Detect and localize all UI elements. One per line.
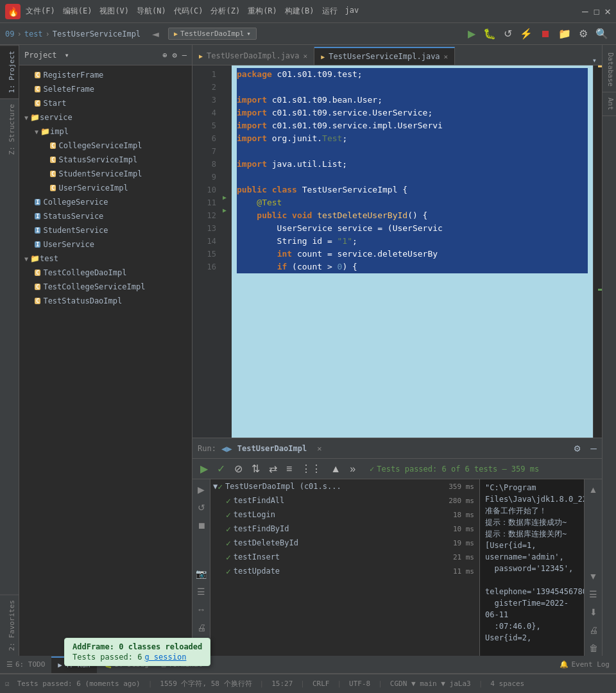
run-gutter-icon[interactable]: ▶ xyxy=(223,194,227,201)
tree-item-seleteframe[interactable]: C SeleteFrame xyxy=(19,82,192,96)
output-down-button[interactable]: ⬇ xyxy=(587,604,600,620)
run-side-print[interactable]: 🖨 xyxy=(194,620,209,635)
test-item-finddall[interactable]: ✓ testFindAll 280 ms xyxy=(210,493,479,508)
run-align-button[interactable]: ≡ xyxy=(284,462,295,476)
run-gutter-icon2[interactable]: ▶ xyxy=(223,207,227,214)
run-check-button[interactable]: ✓ xyxy=(214,461,228,476)
test-item-deletebyid[interactable]: ✓ testDeleteById 19 ms xyxy=(210,536,479,550)
menu-edit[interactable]: 编辑(E) xyxy=(63,6,92,17)
status-git[interactable]: CGDN ▼ main ▼ jaLa3 xyxy=(390,680,471,688)
todo-tab[interactable]: ☰ 6: TODO xyxy=(0,656,51,673)
tree-item-collegeservice[interactable]: I CollegeService xyxy=(19,195,192,209)
run-side-btn2[interactable]: ↺ xyxy=(195,500,208,515)
tree-item-registerframe[interactable]: C RegisterFrame xyxy=(19,68,192,82)
project-tab[interactable]: 1: Project xyxy=(0,45,19,98)
tree-item-collegeserviceimpl[interactable]: C CollegeServiceImpl xyxy=(19,139,192,153)
scroll-up-button[interactable]: ▲ xyxy=(586,482,601,497)
run-side-btn3[interactable]: ⏹ xyxy=(194,518,209,533)
status-spaces[interactable]: 4 spaces xyxy=(490,680,524,688)
run-config-button[interactable]: ▶ TestUserDaoImpl ▾ xyxy=(168,28,257,40)
test-root-item[interactable]: ▼ ✓ TestUserDaoImpl (c01.s... 359 ms xyxy=(210,479,479,493)
ant-tab[interactable]: Ant xyxy=(603,92,616,116)
test-item-login[interactable]: ✓ testLogin 18 ms xyxy=(210,508,479,522)
stop-button[interactable]: ⏹ xyxy=(538,26,553,41)
menu-jav[interactable]: jav xyxy=(345,6,359,17)
run-columns-button[interactable]: ⋮⋮ xyxy=(298,461,324,476)
menu-build[interactable]: 构建(B) xyxy=(285,6,314,17)
sidebar-dropdown-icon[interactable]: ▾ xyxy=(65,51,69,60)
back-button[interactable]: ◄ xyxy=(152,27,159,40)
output-print-button[interactable]: 🖨 xyxy=(586,622,601,638)
tree-item-teststatusdaoimpl[interactable]: C TestStatusDaoImpl xyxy=(19,294,192,308)
run-settings-icon[interactable]: ⚙ xyxy=(574,442,581,454)
project-structure-button[interactable]: 📁 xyxy=(556,26,574,41)
maximize-button[interactable]: ☐ xyxy=(594,5,600,17)
menu-view[interactable]: 视图(V) xyxy=(99,6,129,17)
breadcrumb-class[interactable]: TestUserServiceImpl xyxy=(53,30,141,38)
menu-file[interactable]: 文件(F) xyxy=(26,6,55,17)
tree-item-service[interactable]: ▼ 📁 service xyxy=(19,110,192,124)
event-log-tab[interactable]: 🔔 Event Log xyxy=(553,656,616,673)
run-more-button[interactable]: » xyxy=(347,462,358,476)
run-block-button[interactable]: ⊘ xyxy=(232,461,245,476)
tree-item-impl[interactable]: ▼ 📁 impl xyxy=(19,124,192,139)
run-button[interactable]: ▶ xyxy=(465,26,478,41)
status-crlf[interactable]: CRLF xyxy=(312,680,330,688)
tree-item-statusserviceimpl[interactable]: C StatusServiceImpl xyxy=(19,153,192,167)
run-sort-desc-button[interactable]: ⇄ xyxy=(266,461,280,476)
tree-item-studentservice[interactable]: I StudentService xyxy=(19,223,192,237)
run-up-button[interactable]: ▲ xyxy=(328,462,343,476)
menu-nav[interactable]: 导航(N) xyxy=(137,6,166,17)
test-item-update[interactable]: ✓ testUpdate 11 ms xyxy=(210,564,479,578)
menu-analyze[interactable]: 分析(Z) xyxy=(210,6,240,17)
minimize-button[interactable]: — xyxy=(582,5,588,17)
tree-item-testcollegeserviceimpl[interactable]: C TestCollegeServiceImpl xyxy=(19,280,192,294)
run-side-btn1[interactable]: ▶ xyxy=(195,482,207,497)
sidebar-hide-icon[interactable]: — xyxy=(182,51,187,60)
tab-close-icon[interactable]: ✕ xyxy=(304,52,308,60)
settings-button[interactable]: ⚙ xyxy=(576,26,590,41)
run-side-expand[interactable]: ↔ xyxy=(194,602,209,617)
coverage-button[interactable]: ⚡ xyxy=(517,26,535,41)
tree-item-start[interactable]: C Start xyxy=(19,96,192,110)
search-button[interactable]: 🔍 xyxy=(593,26,611,41)
run-sort-asc-button[interactable]: ⇅ xyxy=(249,461,262,476)
sidebar-sync-icon[interactable]: ⊕ xyxy=(162,51,167,60)
run-minimize-icon[interactable]: — xyxy=(590,442,597,454)
breadcrumb-test[interactable]: test xyxy=(24,30,43,38)
tab-more-button[interactable]: ▾ xyxy=(587,56,602,65)
menu-refactor[interactable]: 重构(R) xyxy=(248,6,277,17)
breadcrumb-09[interactable]: 09 xyxy=(5,30,14,38)
menu-run[interactable]: 运行 xyxy=(322,6,338,17)
tree-item-userservice[interactable]: I UserService xyxy=(19,237,192,252)
tab-testuserserviceimpl[interactable]: ▶ TestUserServiceImpl.java ✕ xyxy=(314,47,455,65)
expand-arrow: ▼ xyxy=(24,114,28,121)
tree-item-userserviceimpl[interactable]: C UserServiceImpl xyxy=(19,181,192,195)
code-content[interactable]: package c01.s01.t09.test; import c01.s01… xyxy=(232,65,593,438)
tree-item-statusservice[interactable]: I StatusService xyxy=(19,209,192,223)
menu-code[interactable]: 代码(C) xyxy=(174,6,203,17)
close-button[interactable]: ✕ xyxy=(604,5,611,17)
database-tab[interactable]: Database xyxy=(603,47,616,92)
tab-close-icon[interactable]: ✕ xyxy=(444,53,449,61)
status-encoding[interactable]: UTF-8 xyxy=(349,680,370,688)
tab-testuserdaoimpl[interactable]: ▶ TestUserDaoImpl.java ✕ xyxy=(193,47,314,65)
test-item-findbyid[interactable]: ✓ testFindById 10 ms xyxy=(210,522,479,536)
run-play-button[interactable]: ▶ xyxy=(198,461,210,476)
run-side-camera[interactable]: 📷 xyxy=(193,566,209,581)
tree-item-testcollegedaoimpl[interactable]: C TestCollegeDaoImpl xyxy=(19,266,192,280)
run-side-fold[interactable]: ☰ xyxy=(194,584,208,599)
tree-item-test[interactable]: ▼ 📁 test xyxy=(19,252,192,266)
run-output[interactable]: "C:\Program Files\Java\jdk1.8.0_221\bi 准… xyxy=(480,479,584,656)
sidebar-settings-icon[interactable]: ⚙ xyxy=(173,51,177,60)
run-tab-close[interactable]: ✕ xyxy=(317,444,321,453)
output-wrap-button[interactable]: ☰ xyxy=(586,586,600,602)
structure-tab[interactable]: Z: Structure xyxy=(0,98,19,160)
scroll-down-button[interactable]: ▼ xyxy=(586,569,601,584)
reload-button[interactable]: ↺ xyxy=(501,26,515,41)
favorites-tab[interactable]: 2: Favorites xyxy=(0,594,19,656)
tree-item-studentserviceimpl[interactable]: C StudentServiceImpl xyxy=(19,167,192,181)
debug-button[interactable]: 🐛 xyxy=(481,26,499,41)
output-trash-button[interactable]: 🗑 xyxy=(586,640,601,656)
test-item-insert[interactable]: ✓ testInsert 21 ms xyxy=(210,550,479,564)
